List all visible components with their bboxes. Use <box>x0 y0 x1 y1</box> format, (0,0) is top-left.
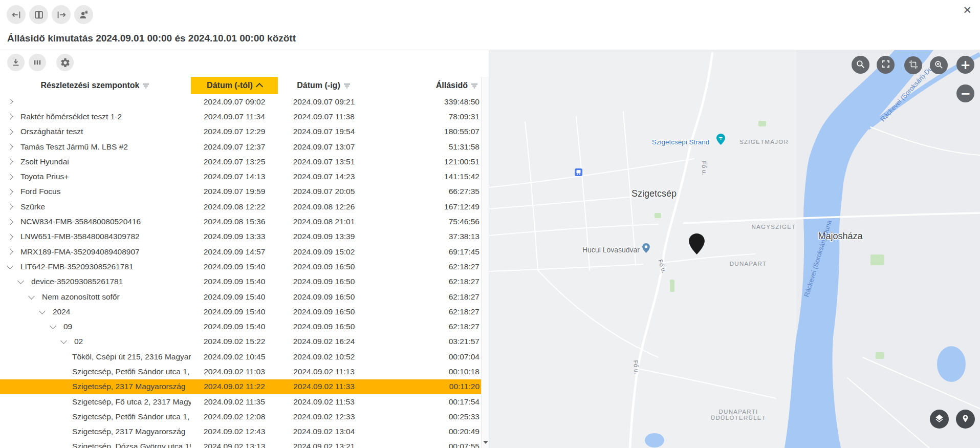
columns-button[interactable] <box>29 54 46 71</box>
map-crop-button[interactable] <box>904 56 922 74</box>
table-row[interactable]: Szürke 2024.09.08 12:22 2024.09.08 12:26… <box>0 199 482 214</box>
table-row[interactable]: Szigetcsép, Petőfi Sándor utca 1, 2024.0… <box>0 364 482 379</box>
table-row[interactable]: 02 2024.09.02 15:22 2024.09.02 16:24 03:… <box>0 334 482 349</box>
bus-stop-icon[interactable] <box>575 168 582 178</box>
column-header-date-from[interactable]: Dátum (-tól) <box>191 77 278 94</box>
table-row[interactable]: Szigetcsép, Fő utca 2, 2317 Magy 2024.09… <box>0 394 482 409</box>
table-row[interactable]: NCW834-FMB-358480080520416 2024.09.08 15… <box>0 214 482 229</box>
row-idle-time: 167:12:49 <box>370 202 482 211</box>
table-row[interactable]: Zsolt Hyundai 2024.09.07 13:25 2024.09.0… <box>0 154 482 169</box>
table-row[interactable]: LNW651-FMB-358480084309782 2024.09.09 13… <box>0 229 482 244</box>
window-toolbar <box>7 5 93 24</box>
map-canvas[interactable]: Szigetcsépi StrandSZIGETMAJORSzigetcsépN… <box>489 50 980 448</box>
beach-poi-icon[interactable] <box>716 134 725 147</box>
map-search-button[interactable] <box>852 56 869 74</box>
map-zoom-in-button[interactable]: + <box>956 56 974 74</box>
expander-chevron-icon[interactable] <box>8 175 20 179</box>
expander-chevron-icon[interactable] <box>61 340 74 343</box>
map-zoom-lens-button[interactable] <box>930 56 948 74</box>
collapse-left-button[interactable] <box>7 5 26 24</box>
expander-chevron-icon[interactable] <box>8 220 20 224</box>
expander-chevron-icon[interactable] <box>8 189 20 194</box>
map-marker-pin[interactable] <box>689 233 705 257</box>
table-row[interactable]: Szigetcsép, Dózsa György utca 19 2024.09… <box>0 439 482 448</box>
map-fullscreen-button[interactable] <box>877 56 895 74</box>
expander-chevron-icon[interactable] <box>8 99 20 104</box>
table-row[interactable]: Nem azonosított sofőr 2024.09.09 15:40 2… <box>0 289 482 304</box>
row-date-from: 2024.09.02 11:35 <box>191 397 278 407</box>
row-idle-time: 00:07:55 <box>370 442 482 448</box>
crop-icon <box>909 60 918 71</box>
table-row[interactable]: device-352093085261781 2024.09.09 15:40 … <box>0 274 482 289</box>
sort-asc-icon <box>256 83 263 90</box>
row-idle-time: 00:10:18 <box>370 367 482 376</box>
row-idle-time: 75:46:56 <box>370 217 482 226</box>
row-date-from: 2024.09.02 13:13 <box>191 442 278 448</box>
column-header-date-to[interactable]: Dátum (-ig) <box>278 77 370 94</box>
row-label: LNW651-FMB-358480084309782 <box>20 232 140 241</box>
columns-icon <box>32 57 42 68</box>
close-button[interactable]: ✕ <box>960 4 975 16</box>
map-marker-tool-button[interactable] <box>956 410 975 429</box>
expander-chevron-icon[interactable] <box>8 114 20 119</box>
expander-chevron-icon[interactable] <box>8 204 20 209</box>
row-date-to: 2024.09.08 21:01 <box>278 217 370 226</box>
table-row[interactable]: Tököl, Csépi út 215, 2316 Magyar 2024.09… <box>0 349 482 364</box>
arrow-from-bar-right-icon <box>56 9 67 20</box>
table-row[interactable]: Szigetcsép, Petőfi Sándor utca 1, 2024.0… <box>0 409 482 424</box>
row-idle-time: 62:18:27 <box>370 277 482 286</box>
expander-chevron-icon[interactable] <box>18 280 31 283</box>
row-date-to: 2024.09.09 16:50 <box>278 322 370 331</box>
fullscreen-icon <box>881 59 890 70</box>
table-scrollbar[interactable] <box>481 77 489 448</box>
row-date-to: 2024.09.07 20:05 <box>278 187 370 196</box>
scroll-down-icon[interactable] <box>483 441 488 444</box>
download-button[interactable] <box>7 54 25 71</box>
row-date-from: 2024.09.02 10:45 <box>191 352 278 361</box>
expander-chevron-icon[interactable] <box>40 310 53 313</box>
row-date-from: 2024.09.02 11:22 <box>191 382 278 391</box>
expander-chevron-icon[interactable] <box>8 130 20 134</box>
user-settings-button[interactable] <box>74 5 93 24</box>
expander-chevron-icon[interactable] <box>8 234 20 239</box>
table-row[interactable]: 2024 2024.09.09 15:40 2024.09.09 16:50 6… <box>0 304 482 319</box>
expander-chevron-icon[interactable] <box>8 159 20 164</box>
expand-right-button[interactable] <box>52 5 71 24</box>
table-row[interactable]: 09 2024.09.09 15:40 2024.09.09 16:50 62:… <box>0 319 482 334</box>
expander-chevron-icon[interactable] <box>51 325 63 328</box>
table-row[interactable]: MRX189-FMA-352094089408907 2024.09.09 14… <box>0 244 482 259</box>
row-idle-time: 180:55:07 <box>370 127 482 136</box>
table-row[interactable]: Országhatár teszt 2024.09.07 12:29 2024.… <box>0 124 482 139</box>
row-label: Szigetcsép, Dózsa György utca 19 <box>72 442 191 448</box>
table-row[interactable]: Raktér hőmérséklet teszt 1-2 2024.09.07 … <box>0 109 482 124</box>
map-zoom-out-button[interactable]: − <box>956 84 974 102</box>
riding-poi-icon[interactable] <box>642 243 650 255</box>
place-pin-icon <box>961 414 970 424</box>
search-icon <box>856 59 865 71</box>
row-label: device-352093085261781 <box>31 277 123 286</box>
settings-button[interactable] <box>56 54 74 71</box>
row-date-from: 2024.09.07 09:02 <box>191 97 278 106</box>
row-label: Toyota Prius+ <box>20 172 69 181</box>
row-date-to: 2024.09.07 11:38 <box>278 112 370 121</box>
row-idle-time: 51:31:58 <box>370 142 482 152</box>
table-row[interactable]: Tamás Teszt Jármű M. LBS #2 2024.09.07 1… <box>0 139 482 154</box>
application-window: Állásidő kimutatás 2024.09.01 00:00 és 2… <box>0 0 980 448</box>
table-row[interactable]: Szigetcsép, 2317 Magyarország 2024.09.02… <box>0 424 482 439</box>
column-header-idle-time[interactable]: Állásidő <box>370 77 482 94</box>
expander-chevron-icon[interactable] <box>29 295 42 298</box>
table-row[interactable]: 2024.09.07 09:02 2024.09.07 09:21 339:48… <box>0 94 482 109</box>
row-date-to: 2024.09.02 12:33 <box>278 412 370 421</box>
expander-chevron-icon[interactable] <box>8 144 20 149</box>
map-layers-button[interactable] <box>930 410 949 429</box>
expander-chevron-icon[interactable] <box>8 249 20 254</box>
table-row[interactable]: Szigetcsép, 2317 Magyarország 2024.09.02… <box>0 379 482 394</box>
table-row[interactable]: Ford Focus 2024.09.07 19:59 2024.09.07 2… <box>0 184 482 199</box>
row-label: Országhatár teszt <box>20 127 83 136</box>
row-date-from: 2024.09.09 14:57 <box>191 247 278 257</box>
table-row[interactable]: LIT642-FMB-352093085261781 2024.09.09 15… <box>0 259 482 274</box>
column-header-details[interactable]: Részletezési szempontok <box>0 77 191 94</box>
panel-view-button[interactable] <box>29 5 48 24</box>
table-row[interactable]: Toyota Prius+ 2024.09.07 14:13 2024.09.0… <box>0 169 482 184</box>
expander-chevron-icon[interactable] <box>8 265 20 268</box>
